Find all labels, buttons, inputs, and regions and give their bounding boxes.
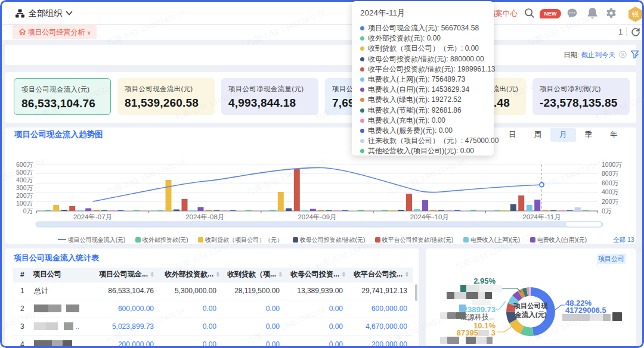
svg-text:2.95%: 2.95% (473, 276, 496, 285)
svg-text:金流入(元): 金流入(元) (514, 310, 547, 319)
svg-text:3: 3 (491, 328, 496, 337)
svg-text:87395: 87395 (457, 328, 478, 337)
svg-text:项目公司现: 项目公司现 (513, 302, 548, 309)
svg-text:41729006.5: 41729006.5 (565, 306, 606, 315)
